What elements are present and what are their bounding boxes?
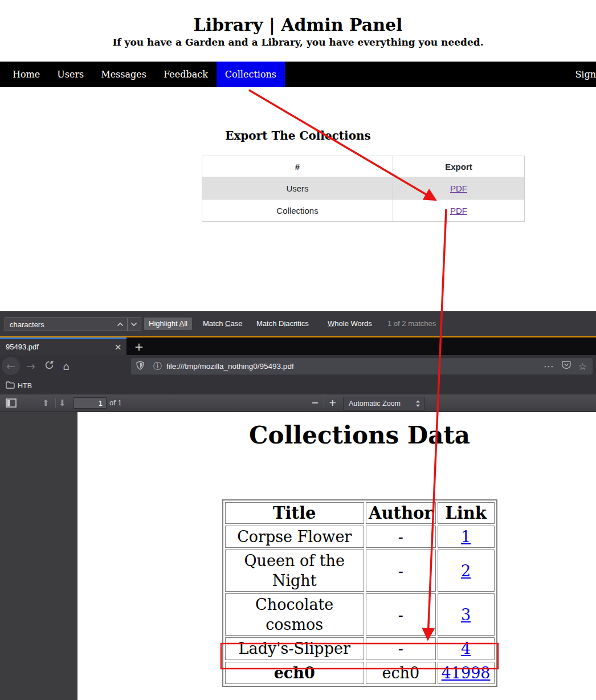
bookmark-folder-htb[interactable]: HTB xyxy=(6,377,32,394)
highlight-all-label: Highlight xyxy=(149,319,179,328)
zoom-out-button[interactable]: − xyxy=(311,394,319,412)
table-row: Corpse Flower - 1 xyxy=(225,526,495,548)
url-text: file:///tmp/mozilla_nothing0/95493.pdf xyxy=(166,362,294,371)
home-icon: ⌂ xyxy=(63,360,69,372)
match-diacritics-toggle[interactable]: Match Diacritics xyxy=(256,318,309,330)
cell-author: - xyxy=(366,593,436,636)
cell-author: - xyxy=(366,550,436,592)
export-users-pdf-link[interactable]: PDF xyxy=(450,184,467,193)
page-number-input[interactable] xyxy=(74,397,107,409)
table-row: Users PDF xyxy=(202,177,525,200)
toolbar-divider xyxy=(324,398,324,408)
find-next-button[interactable] xyxy=(127,318,141,331)
new-tab-button[interactable]: + xyxy=(132,338,146,355)
bookmark-star-icon[interactable]: ☆ xyxy=(578,361,587,372)
cell-title: ech0 xyxy=(225,662,364,684)
page-subtitle: If you have a Garden and a Library, you … xyxy=(0,36,596,48)
collection-link-41998[interactable]: 41998 xyxy=(442,664,491,682)
cell-author: - xyxy=(366,637,436,660)
previous-page-button[interactable]: ⬆ xyxy=(42,394,50,412)
find-box xyxy=(5,318,141,331)
export-table-header-row: # Export xyxy=(202,156,525,177)
forward-arrow-icon: → xyxy=(26,360,35,372)
chevron-down-icon xyxy=(130,322,137,327)
pdf-table-header-row: Title Author Link xyxy=(225,502,495,524)
tab-95493-pdf[interactable]: 95493.pdf × xyxy=(0,337,126,355)
find-previous-button[interactable] xyxy=(113,318,127,331)
pdf-col-author: Author xyxy=(366,502,436,524)
urlbar-separator xyxy=(149,361,149,371)
tab-bar: 95493.pdf × + xyxy=(0,336,596,355)
pdf-toolbar: ⬆ ⬇ of 1 − + Automatic Zoom xyxy=(0,394,596,412)
zoom-select-label: Automatic Zoom xyxy=(349,400,401,408)
pocket-icon[interactable] xyxy=(562,361,571,372)
arrow-up-icon: ⬆ xyxy=(42,398,50,408)
cell-author: - xyxy=(366,526,436,548)
nav-item-collections[interactable]: Collections xyxy=(217,62,285,87)
reload-button[interactable] xyxy=(40,357,58,375)
find-input[interactable] xyxy=(5,318,113,331)
chevron-up-icon xyxy=(117,322,124,327)
url-bar[interactable]: ⓘ file:///tmp/mozilla_nothing0/95493.pdf… xyxy=(131,358,593,375)
forward-button[interactable]: → xyxy=(22,357,40,375)
collection-link-2[interactable]: 2 xyxy=(461,562,471,580)
pdf-page: Collections Data Title Author Link Corps… xyxy=(77,412,596,700)
tab-close-icon[interactable]: × xyxy=(115,339,122,355)
home-button[interactable]: ⌂ xyxy=(57,357,75,375)
select-arrows-icon xyxy=(415,400,421,408)
highlight-all-toggle[interactable]: Highlight All xyxy=(144,318,192,330)
nav-item-signout[interactable]: Sign xyxy=(566,62,596,87)
screenshot-root: { "admin": { "title": "Library | Admin P… xyxy=(0,0,596,700)
nav-item-users[interactable]: Users xyxy=(48,62,92,87)
export-collections-pdf-link[interactable]: PDF xyxy=(450,206,467,215)
find-matches-count: 1 of 2 matches xyxy=(387,318,436,330)
export-col-hash: # xyxy=(202,156,393,177)
pdf-col-link: Link xyxy=(438,502,495,524)
top-navbar: Home Users Messages Feedback Collections… xyxy=(0,62,596,87)
nav-item-messages[interactable]: Messages xyxy=(92,62,155,87)
sidebar-toggle-button[interactable] xyxy=(6,398,17,408)
collection-link-1[interactable]: 1 xyxy=(461,528,471,546)
export-row-users-name: Users xyxy=(202,177,393,200)
reload-icon xyxy=(44,360,54,372)
match-case-label: Match xyxy=(203,319,225,328)
back-button[interactable]: ← xyxy=(2,357,20,375)
cell-title: Corpse Flower xyxy=(225,526,364,548)
nav-item-home[interactable]: Home xyxy=(4,62,48,87)
zoom-select[interactable]: Automatic Zoom xyxy=(343,397,424,410)
find-toolbar: Highlight All Match Case Match Diacritic… xyxy=(0,311,596,336)
zoom-in-button[interactable]: + xyxy=(329,394,336,412)
site-info-icon[interactable]: ⓘ xyxy=(153,361,162,372)
cell-title: Queen of the Night xyxy=(225,550,364,592)
nav-item-feedback[interactable]: Feedback xyxy=(155,62,217,87)
export-col-export: Export xyxy=(393,156,525,177)
whole-words-toggle[interactable]: Whole Words xyxy=(328,318,372,330)
pdf-viewer-background: Collections Data Title Author Link Corps… xyxy=(0,412,596,700)
next-page-button[interactable]: ⬇ xyxy=(59,394,66,412)
page-actions-icon[interactable]: ⋯ xyxy=(544,360,554,372)
folder-icon xyxy=(6,381,15,391)
cell-author: ech0 xyxy=(366,662,436,684)
export-table: # Export Users PDF Collections PDF xyxy=(202,156,525,222)
cell-title: Chocolate cosmos xyxy=(225,593,364,636)
pdf-document-title: Collections Data xyxy=(77,421,596,449)
arrow-down-icon: ⬇ xyxy=(59,398,66,408)
bookmark-label: HTB xyxy=(18,382,32,390)
collection-link-3[interactable]: 3 xyxy=(461,606,471,624)
navigation-toolbar: ← → ⌂ ⓘ f xyxy=(0,355,596,377)
toolbar-divider xyxy=(55,398,56,408)
table-row: Queen of the Night - 2 xyxy=(225,550,495,592)
collection-link-4[interactable]: 4 xyxy=(461,640,471,657)
page-count-label: of 1 xyxy=(109,394,122,412)
match-diacritics-label: Match D xyxy=(256,319,284,328)
browser-window: Highlight All Match Case Match Diacritic… xyxy=(0,311,596,700)
table-row: Chocolate cosmos - 3 xyxy=(225,593,495,636)
table-row-ech0-highlighted: ech0 ech0 41998 xyxy=(225,662,495,684)
tracking-shield-icon[interactable] xyxy=(136,361,144,372)
match-case-toggle[interactable]: Match Case xyxy=(203,318,242,330)
export-row-collections-name: Collections xyxy=(202,200,393,222)
back-arrow-icon: ← xyxy=(6,360,15,372)
table-row: Lady's-Slipper - 4 xyxy=(225,637,495,660)
collections-data-table: Title Author Link Corpse Flower - 1 Quee… xyxy=(222,499,497,687)
pdf-col-title: Title xyxy=(225,502,364,524)
